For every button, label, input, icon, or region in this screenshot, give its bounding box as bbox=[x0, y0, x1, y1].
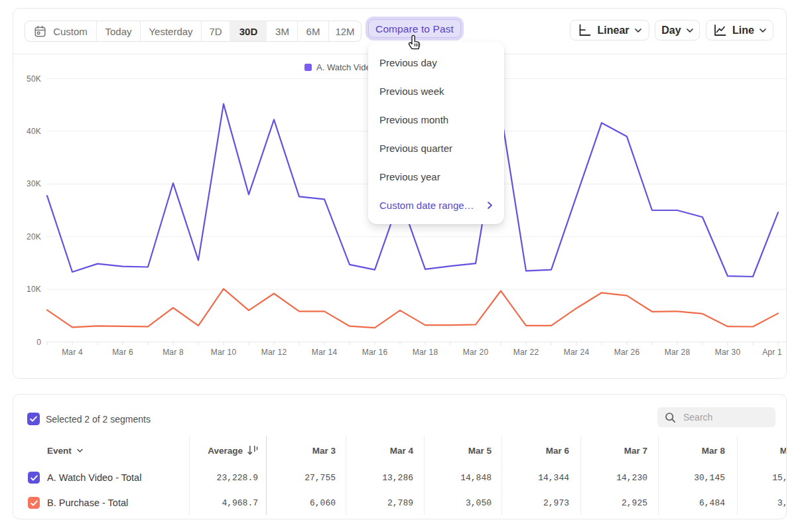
svg-text:Mar 12: Mar 12 bbox=[261, 348, 287, 357]
svg-text:40K: 40K bbox=[27, 127, 41, 136]
svg-text:Mar 24: Mar 24 bbox=[564, 348, 590, 357]
svg-text:Mar 20: Mar 20 bbox=[463, 348, 489, 357]
svg-text:Mar 22: Mar 22 bbox=[513, 348, 539, 357]
svg-text:Mar 16: Mar 16 bbox=[362, 348, 388, 357]
svg-text:Mar 26: Mar 26 bbox=[614, 348, 640, 357]
svg-text:10K: 10K bbox=[27, 285, 41, 294]
svg-text:Mar 4: Mar 4 bbox=[62, 348, 83, 357]
svg-text:Mar 28: Mar 28 bbox=[665, 348, 691, 357]
svg-text:0: 0 bbox=[36, 338, 41, 347]
svg-text:Apr 1: Apr 1 bbox=[762, 348, 782, 357]
svg-text:50K: 50K bbox=[27, 74, 41, 84]
svg-text:Mar 6: Mar 6 bbox=[112, 348, 133, 357]
svg-text:Mar 8: Mar 8 bbox=[163, 348, 184, 357]
svg-text:20K: 20K bbox=[27, 232, 41, 241]
svg-text:Mar 10: Mar 10 bbox=[211, 348, 237, 357]
svg-text:Mar 18: Mar 18 bbox=[413, 348, 438, 357]
svg-text:30K: 30K bbox=[27, 179, 41, 188]
svg-text:Mar 14: Mar 14 bbox=[312, 348, 338, 357]
svg-text:Mar 30: Mar 30 bbox=[715, 348, 741, 357]
